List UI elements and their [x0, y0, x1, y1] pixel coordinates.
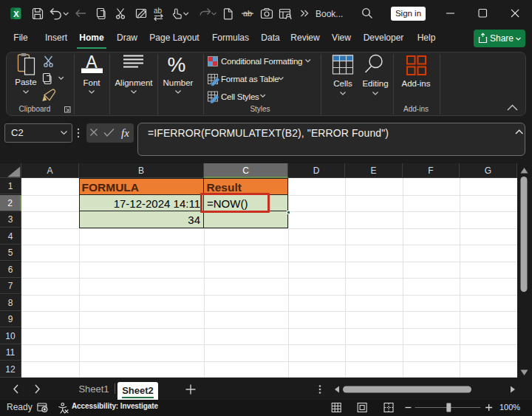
svg-text:ab: ab: [154, 7, 163, 15]
svg-text:Book...: Book...: [316, 9, 343, 19]
svg-text:%: %: [168, 53, 186, 76]
svg-text:X: X: [13, 10, 19, 18]
